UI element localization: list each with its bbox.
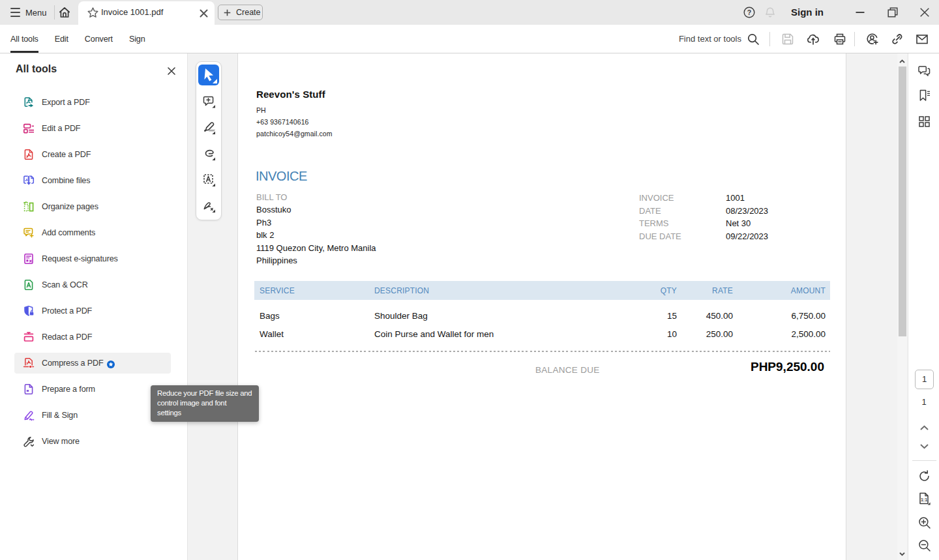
prepare-form-icon bbox=[23, 383, 35, 395]
add-text-tool-button[interactable] bbox=[202, 173, 216, 187]
request-signature-icon[interactable] bbox=[866, 33, 879, 46]
bill-to-line: blk 2 bbox=[256, 230, 274, 240]
tool-protect-pdf[interactable]: Protect a PDF bbox=[0, 298, 188, 324]
page-thumbnails-icon[interactable] bbox=[917, 115, 931, 128]
tool-label: Combine files bbox=[42, 176, 90, 185]
scrollbar-down-arrow[interactable] bbox=[897, 549, 907, 559]
bill-to-line: 1119 Quezon City, Metro Manila bbox=[256, 243, 376, 253]
search-icon[interactable] bbox=[747, 33, 760, 46]
table-header-description: DESCRIPTION bbox=[374, 286, 429, 295]
home-button[interactable] bbox=[58, 6, 71, 19]
toolbar-tabs: All tools Edit Convert Sign bbox=[10, 25, 162, 53]
edit-pdf-icon bbox=[23, 123, 35, 134]
tool-compress-pdf[interactable]: Compress a PDF bbox=[0, 350, 188, 376]
tool-label: View more bbox=[42, 437, 80, 446]
invoice-company-phone: +63 9367140616 bbox=[256, 118, 309, 126]
cell-description: Shoulder Bag bbox=[374, 311, 428, 321]
print-icon[interactable] bbox=[833, 33, 846, 46]
actual-size-icon[interactable]: 1:1 bbox=[917, 492, 931, 505]
tool-label: Protect a PDF bbox=[42, 306, 92, 316]
table-header-service: SERVICE bbox=[260, 286, 295, 295]
table-divider bbox=[255, 351, 830, 352]
toolbar-right: Find text or tools bbox=[679, 25, 939, 53]
tool-organize-pages[interactable]: Organize pages bbox=[0, 194, 188, 220]
window-close-button[interactable] bbox=[915, 0, 934, 25]
table-header-amount: AMOUNT bbox=[754, 286, 826, 295]
help-glyph: ? bbox=[747, 8, 751, 16]
document-tab[interactable]: Invoice 1001.pdf bbox=[78, 1, 215, 25]
help-icon[interactable]: ? bbox=[743, 7, 755, 18]
rotate-page-icon[interactable] bbox=[917, 469, 931, 483]
invoice-company-email: patchicoy54@gmail.com bbox=[256, 130, 333, 138]
tool-view-more[interactable]: View more bbox=[0, 428, 188, 454]
scrollbar-up-arrow[interactable] bbox=[897, 57, 907, 66]
find-text-button[interactable]: Find text or tools bbox=[679, 34, 741, 44]
rail-divider bbox=[912, 460, 936, 461]
view-more-icon bbox=[23, 435, 35, 447]
toolbar: All tools Edit Convert Sign Find text or… bbox=[0, 25, 939, 53]
draw-tool-button[interactable] bbox=[202, 147, 216, 161]
page-number-input[interactable]: 1 bbox=[915, 370, 934, 389]
cell-qty: 15 bbox=[638, 311, 677, 321]
meta-value: 08/23/2023 bbox=[726, 206, 768, 216]
zoom-out-icon[interactable] bbox=[917, 538, 931, 552]
tool-create-pdf[interactable]: Create a PDF bbox=[0, 141, 188, 168]
tool-scan-ocr[interactable]: Scan & OCR bbox=[0, 272, 188, 298]
tool-combine-files[interactable]: Combine files bbox=[0, 168, 188, 194]
add-comments-icon bbox=[23, 227, 35, 239]
invoice-company-country: PH bbox=[256, 106, 266, 114]
sign-in-button[interactable]: Sign in bbox=[791, 7, 824, 18]
tool-request-esignatures[interactable]: Request e-signatures bbox=[0, 246, 188, 272]
tool-label: Create a PDF bbox=[42, 150, 91, 159]
window-minimize-button[interactable] bbox=[850, 0, 869, 25]
select-tool-button[interactable] bbox=[198, 65, 219, 85]
tool-label: Prepare a form bbox=[42, 385, 95, 394]
highlight-tool-button[interactable] bbox=[202, 121, 216, 135]
tool-export-pdf[interactable]: Export a PDF bbox=[0, 89, 188, 115]
fill-sign-tool-button[interactable] bbox=[202, 199, 216, 213]
tool-edit-pdf[interactable]: Edit a PDF bbox=[0, 115, 188, 141]
all-tools-panel: All tools Export a PDF Edit a PDF bbox=[0, 53, 188, 560]
create-button[interactable]: Create bbox=[218, 5, 263, 20]
tool-add-comments[interactable]: Add comments bbox=[0, 220, 188, 246]
scrollbar-thumb[interactable] bbox=[899, 66, 906, 336]
meta-label: DUE DATE bbox=[639, 231, 681, 241]
link-icon[interactable] bbox=[891, 33, 904, 46]
bookmarks-panel-icon[interactable] bbox=[917, 89, 931, 102]
bill-to-line: Ph3 bbox=[256, 218, 271, 228]
tooltip-line: control image and font bbox=[157, 398, 252, 408]
tab-sign[interactable]: Sign bbox=[129, 25, 145, 53]
zoom-in-icon[interactable] bbox=[917, 516, 931, 529]
vertical-scrollbar[interactable] bbox=[897, 53, 907, 560]
fill-sign-icon bbox=[23, 409, 35, 421]
window-restore-button[interactable] bbox=[883, 0, 902, 25]
create-button-label: Create bbox=[236, 8, 261, 17]
meta-label: TERMS bbox=[639, 218, 669, 228]
share-upload-icon[interactable] bbox=[807, 33, 820, 46]
cell-amount: 6,750.00 bbox=[754, 311, 826, 321]
bill-to-name: Bosstuko bbox=[256, 205, 291, 214]
star-icon[interactable] bbox=[87, 7, 98, 18]
page-total-label: 1 bbox=[908, 397, 939, 407]
pdf-page: Reevon's Stuff PH +63 9367140616 patchic… bbox=[237, 53, 846, 560]
table-row: Wallet Coin Purse and Wallet for men 10 … bbox=[254, 329, 830, 339]
main-area: All tools Export a PDF Edit a PDF bbox=[0, 53, 939, 560]
tab-convert[interactable]: Convert bbox=[85, 25, 113, 53]
tab-edit[interactable]: Edit bbox=[55, 25, 68, 53]
tab-close-icon[interactable] bbox=[200, 8, 207, 16]
tool-redact-pdf[interactable]: Redact a PDF bbox=[0, 324, 188, 350]
next-page-icon[interactable] bbox=[917, 439, 931, 453]
tool-label: Organize pages bbox=[42, 202, 98, 211]
cell-service: Wallet bbox=[260, 329, 284, 338]
previous-page-icon[interactable] bbox=[917, 421, 931, 435]
comments-panel-icon[interactable] bbox=[917, 65, 931, 78]
tab-all-tools[interactable]: All tools bbox=[10, 25, 38, 53]
add-comment-tool-button[interactable] bbox=[202, 95, 216, 109]
panel-close-icon[interactable] bbox=[168, 66, 175, 74]
table-row: Bags Shoulder Bag 15 450.00 6,750.00 bbox=[254, 310, 830, 321]
notifications-bell-icon[interactable] bbox=[764, 7, 776, 19]
email-icon[interactable] bbox=[916, 33, 929, 46]
menu-icon[interactable] bbox=[10, 8, 20, 17]
menu-button[interactable]: Menu bbox=[25, 8, 47, 18]
invoice-heading: INVOICE bbox=[256, 169, 307, 184]
